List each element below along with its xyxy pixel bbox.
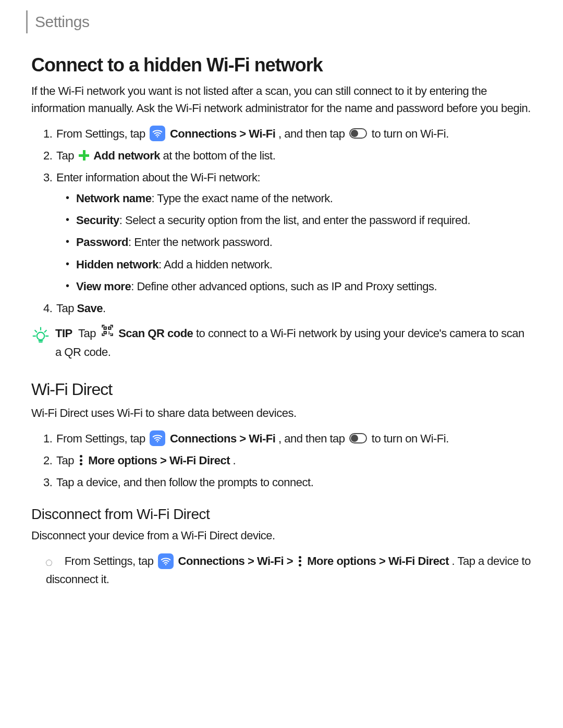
heading-hidden-wifi: Connect to a hidden Wi-Fi network: [31, 54, 532, 76]
bullet-hidden-network: Hidden network: Add a hidden network.: [75, 256, 532, 274]
toggle-icon: [349, 433, 367, 443]
step-4: Tap Save.: [55, 300, 532, 317]
substeps-network-info: Network name: Type the exact name of the…: [56, 190, 532, 295]
heading-disconnect-wfd: Disconnect from Wi-Fi Direct: [31, 506, 532, 523]
bullet-view-more: View more: Define other advanced options…: [75, 278, 532, 295]
intro-hidden-wifi: If the Wi-Fi network you want is not lis…: [31, 82, 532, 117]
svg-point-15: [157, 441, 158, 442]
lightbulb-icon: [31, 326, 50, 350]
tip-text: TIP Tap Scan QR code to connect to a Wi-…: [55, 325, 532, 361]
wifi-icon: [150, 430, 165, 446]
toggle-icon: [349, 128, 367, 139]
svg-rect-13: [110, 333, 111, 334]
bullet-security: Security: Select a security option from …: [75, 212, 532, 229]
ring-bullet-icon: [46, 560, 52, 566]
steps-hidden-wifi: From Settings, tap Connections > Wi-Fi ,…: [31, 125, 532, 317]
tip-block: TIP Tap Scan QR code to connect to a Wi-…: [31, 325, 532, 361]
qr-code-icon: [101, 324, 114, 342]
wifi-icon: [158, 553, 174, 569]
svg-point-1: [37, 332, 44, 339]
bullet-password: Password: Enter the network password.: [75, 233, 532, 251]
svg-line-4: [45, 330, 46, 332]
heading-wifi-direct: Wi-Fi Direct: [31, 380, 532, 399]
svg-rect-10: [108, 327, 111, 329]
wfd-step-2: Tap More options > Wi-Fi Direct .: [55, 452, 532, 470]
more-options-icon: [79, 455, 83, 465]
steps-wifi-direct: From Settings, tap Connections > Wi-Fi ,…: [31, 430, 532, 491]
svg-rect-12: [108, 331, 109, 332]
svg-rect-11: [104, 331, 106, 334]
wfd-step-1: From Settings, tap Connections > Wi-Fi ,…: [55, 430, 532, 448]
svg-line-3: [35, 330, 36, 332]
step-1: From Settings, tap Connections > Wi-Fi ,…: [55, 125, 532, 143]
svg-point-0: [157, 136, 158, 137]
more-options-icon: [298, 556, 302, 566]
wfd-step-3: Tap a device, and then follow the prompt…: [55, 474, 532, 491]
intro-wifi-direct: Wi-Fi Direct uses Wi-Fi to share data be…: [31, 404, 532, 422]
step-3: Enter information about the Wi-Fi networ…: [55, 169, 532, 295]
svg-rect-14: [108, 333, 109, 334]
step-2: Tap Add network at the bottom of the lis…: [55, 147, 532, 165]
page-header-title: Settings: [35, 13, 89, 31]
intro-disconnect-wfd: Disconnect your device from a Wi-Fi Dire…: [31, 527, 532, 544]
plus-icon: [79, 150, 89, 161]
header-divider: [26, 10, 28, 33]
steps-disconnect-wfd: From Settings, tap Connections > Wi-Fi >…: [31, 552, 532, 588]
disconnect-step: From Settings, tap Connections > Wi-Fi >…: [45, 552, 532, 588]
page-header-bar: Settings: [26, 10, 532, 33]
bullet-network-name: Network name: Type the exact name of the…: [75, 190, 532, 207]
svg-rect-9: [104, 327, 106, 329]
svg-point-16: [165, 564, 166, 565]
wifi-icon: [150, 126, 165, 141]
